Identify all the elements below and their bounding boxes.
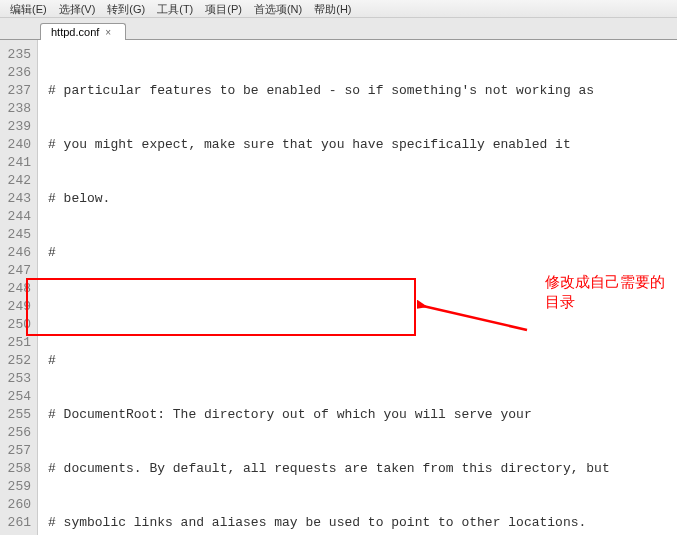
line-number: 252	[0, 352, 37, 370]
line-number: 255	[0, 406, 37, 424]
line-number: 250	[0, 316, 37, 334]
line-number: 261	[0, 514, 37, 532]
line-number: 235	[0, 46, 37, 64]
line-number: 239	[0, 118, 37, 136]
code-line: # particular features to be enabled - so…	[48, 82, 677, 100]
tab-filename: httpd.conf	[51, 26, 99, 38]
menu-edit[interactable]: 编辑(E)	[4, 2, 53, 15]
code-line: # documents. By default, all requests ar…	[48, 460, 677, 478]
line-number: 240	[0, 136, 37, 154]
line-number: 242	[0, 172, 37, 190]
line-number: 257	[0, 442, 37, 460]
close-icon[interactable]: ×	[105, 27, 111, 38]
line-number: 254	[0, 388, 37, 406]
annotation-text: 修改成自己需要的 目录	[545, 272, 665, 312]
menu-goto[interactable]: 转到(G)	[101, 2, 151, 15]
code-line: #	[48, 244, 677, 262]
tabbar: httpd.conf ×	[0, 18, 677, 40]
line-number: 258	[0, 460, 37, 478]
file-tab[interactable]: httpd.conf ×	[40, 23, 126, 40]
line-number: 256	[0, 424, 37, 442]
annotation-line: 修改成自己需要的	[545, 272, 665, 292]
line-number: 247	[0, 262, 37, 280]
code-line: # below.	[48, 190, 677, 208]
menu-project[interactable]: 项目(P)	[199, 2, 248, 15]
menubar: 编辑(E) 选择(V) 转到(G) 工具(T) 项目(P) 首选项(N) 帮助(…	[0, 0, 677, 18]
line-number: 244	[0, 208, 37, 226]
code-line: # DocumentRoot: The directory out of whi…	[48, 406, 677, 424]
line-number: 260	[0, 496, 37, 514]
line-number: 243	[0, 190, 37, 208]
line-number: 246	[0, 244, 37, 262]
line-gutter: 235 236 237 238 239 240 241 242 243 244 …	[0, 40, 38, 535]
menu-prefs[interactable]: 首选项(N)	[248, 2, 308, 15]
line-number: 248	[0, 280, 37, 298]
line-number: 253	[0, 370, 37, 388]
menu-select[interactable]: 选择(V)	[53, 2, 102, 15]
code-line: # symbolic links and aliases may be used…	[48, 514, 677, 532]
line-number: 236	[0, 64, 37, 82]
code-line: #	[48, 352, 677, 370]
line-number: 259	[0, 478, 37, 496]
line-number: 237	[0, 82, 37, 100]
menu-tools[interactable]: 工具(T)	[151, 2, 199, 15]
line-number: 249	[0, 298, 37, 316]
line-number: 238	[0, 100, 37, 118]
annotation-line: 目录	[545, 292, 665, 312]
code-line: # you might expect, make sure that you h…	[48, 136, 677, 154]
menu-help[interactable]: 帮助(H)	[308, 2, 357, 15]
line-number: 241	[0, 154, 37, 172]
line-number: 245	[0, 226, 37, 244]
line-number: 251	[0, 334, 37, 352]
